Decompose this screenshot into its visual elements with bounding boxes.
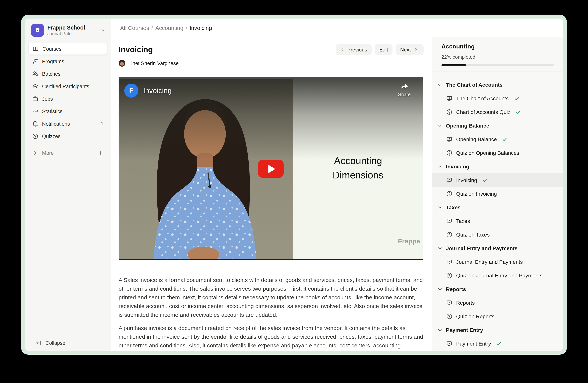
breadcrumb-link-all-courses[interactable]: All Courses bbox=[120, 24, 149, 31]
lesson-row-quiz-on-reports[interactable]: Quiz on Reports bbox=[432, 309, 563, 323]
page-title: Invoicing bbox=[119, 45, 153, 54]
breadcrumb: All Courses/Accounting/Invoicing bbox=[120, 24, 212, 31]
sidebar-item-courses[interactable]: Courses bbox=[28, 43, 107, 55]
frappe-school-logo bbox=[31, 24, 44, 37]
completed-check-icon bbox=[483, 177, 488, 183]
lesson-row-quiz-on-invoicing[interactable]: Quiz on Invoicing bbox=[432, 187, 563, 201]
chevron-right-icon bbox=[32, 150, 38, 156]
sidebar-item-jobs[interactable]: Jobs bbox=[28, 93, 107, 105]
lesson-title: Quiz on Journal Entry and Payments bbox=[456, 272, 543, 279]
course-title: Accounting bbox=[441, 43, 554, 50]
left-sidebar: Frappe School Jannat Patel CoursesProgra… bbox=[25, 19, 111, 351]
help-circle-icon bbox=[446, 313, 452, 319]
monitor-play-icon bbox=[446, 300, 452, 306]
app-window-inner: Frappe School Jannat Patel CoursesProgra… bbox=[25, 19, 563, 351]
collapse-label: Collapse bbox=[45, 340, 65, 346]
lesson-row-the-chart-of-accounts[interactable]: The Chart of Accounts bbox=[432, 92, 563, 105]
notification-count-badge: 1 bbox=[101, 121, 104, 126]
help-circle-icon bbox=[446, 150, 452, 156]
graduation-cap-icon bbox=[32, 83, 38, 89]
chapter-row-journal-entry-and-payments[interactable]: Journal Entry and Payments bbox=[432, 241, 563, 255]
chapter-title: Journal Entry and Payments bbox=[446, 245, 518, 251]
lesson-row-payment-entry[interactable]: Payment Entry bbox=[432, 337, 563, 350]
lesson-row-reports[interactable]: Reports bbox=[432, 296, 563, 309]
lesson-paragraph-1: A Sales invoice is a formal document sen… bbox=[119, 275, 423, 319]
sidebar-spacer bbox=[28, 159, 107, 338]
sidebar-item-label: Jobs bbox=[42, 96, 104, 102]
desktop: Frappe School Jannat Patel CoursesProgra… bbox=[0, 0, 588, 383]
next-button[interactable]: Next bbox=[396, 44, 423, 55]
book-open-icon bbox=[33, 46, 39, 52]
lesson-row-invoicing[interactable]: Invoicing bbox=[432, 173, 563, 187]
lesson-title: Invoicing bbox=[456, 177, 477, 183]
share-button[interactable]: Share bbox=[398, 82, 411, 97]
workspace-title: Frappe School bbox=[47, 24, 96, 30]
monitor-play-icon bbox=[446, 177, 452, 183]
play-button[interactable] bbox=[258, 160, 284, 178]
sidebar-item-statistics[interactable]: Statistics bbox=[28, 105, 107, 117]
lesson-row-quiz-on-opening-balances[interactable]: Quiz on Opening Balances bbox=[432, 146, 563, 160]
lesson-actions: Previous Edit Next bbox=[336, 44, 423, 55]
chapter-row-reports[interactable]: Reports bbox=[432, 282, 563, 296]
frappe-watermark: Frappe bbox=[398, 238, 420, 245]
chapter-row-the-chart-of-accounts[interactable]: The Chart of Accounts bbox=[432, 78, 563, 92]
lesson-row-quiz-on-journal-entry-and-payments[interactable]: Quiz on Journal Entry and Payments bbox=[432, 269, 563, 282]
sidebar-item-label: Batches bbox=[42, 71, 104, 77]
sidebar-item-certified-participants[interactable]: Certified Participants bbox=[28, 80, 107, 92]
main-region: All Courses/Accounting/Invoicing Invoici… bbox=[111, 19, 563, 351]
help-circle-icon bbox=[446, 109, 452, 115]
completed-check-icon bbox=[496, 341, 502, 346]
collapse-sidebar-button[interactable]: Collapse bbox=[28, 338, 107, 348]
sidebar-item-programs[interactable]: Programs bbox=[28, 55, 107, 67]
chapter-row-opening-balance[interactable]: Opening Balance bbox=[432, 119, 563, 133]
monitor-play-icon bbox=[446, 259, 452, 265]
breadcrumb-separator: / bbox=[186, 24, 187, 31]
chapter-row-taxes[interactable]: Taxes bbox=[432, 201, 563, 214]
previous-button[interactable]: Previous bbox=[336, 44, 372, 55]
video-player[interactable]: Accounting Dimensions Frappe F Invoicing bbox=[119, 77, 423, 260]
chevron-down-icon bbox=[437, 123, 443, 129]
lesson-title: Quiz on Opening Balances bbox=[456, 150, 519, 156]
lesson-author: Linet Sherin Varghese bbox=[119, 58, 423, 68]
share-icon bbox=[399, 82, 409, 91]
video-title-overlay[interactable]: F Invoicing bbox=[124, 84, 172, 98]
channel-avatar[interactable]: F bbox=[124, 84, 138, 98]
lesson-title: Payment Entry bbox=[456, 341, 491, 347]
lesson-body: A Sales invoice is a formal document sen… bbox=[119, 275, 423, 351]
chapter-title: Reports bbox=[446, 286, 466, 292]
chevron-down-icon bbox=[437, 245, 443, 251]
breadcrumb-link-accounting[interactable]: Accounting bbox=[155, 24, 183, 31]
sidebar-item-batches[interactable]: Batches bbox=[28, 68, 107, 80]
lesson-row-journal-entry-and-payments[interactable]: Journal Entry and Payments bbox=[432, 255, 563, 269]
lesson-row-chart-of-accounts-quiz[interactable]: Chart of Accounts Quiz bbox=[432, 105, 563, 119]
sidebar-item-label: Statistics bbox=[42, 108, 104, 114]
chapter-title: Taxes bbox=[446, 204, 461, 211]
lesson-title: Quiz on Reports bbox=[456, 313, 494, 319]
edit-button[interactable]: Edit bbox=[375, 44, 393, 55]
workspace-user: Jannat Patel bbox=[47, 31, 96, 36]
chevron-down-icon bbox=[437, 164, 443, 170]
chapter-row-invoicing[interactable]: Invoicing bbox=[432, 160, 563, 173]
lesson-content: Invoicing Previous Edit Nex bbox=[111, 37, 432, 351]
lesson-row-taxes[interactable]: Taxes bbox=[432, 214, 563, 228]
lesson-row-quiz-on-taxes[interactable]: Quiz on Taxes bbox=[432, 228, 563, 241]
lesson-row-opening-balance[interactable]: Opening Balance bbox=[432, 133, 563, 146]
progress-label: 22% completed bbox=[441, 54, 554, 60]
sidebar-item-quizzes[interactable]: Quizzes bbox=[28, 130, 107, 142]
plus-icon[interactable] bbox=[97, 150, 104, 156]
lesson-title: Quiz on Invoicing bbox=[456, 191, 497, 197]
app-window: Frappe School Jannat Patel CoursesProgra… bbox=[21, 15, 567, 355]
trending-up-icon bbox=[32, 108, 38, 114]
sidebar-nav: CoursesProgramsBatchesCertified Particip… bbox=[28, 43, 107, 142]
chevron-right-icon bbox=[413, 47, 419, 53]
sidebar-item-notifications[interactable]: Notifications1 bbox=[28, 118, 107, 130]
course-outline-list: The Chart of AccountsThe Chart of Accoun… bbox=[432, 72, 563, 351]
lesson-title: Reports bbox=[456, 300, 475, 306]
chapter-row-payment-entry[interactable]: Payment Entry bbox=[432, 323, 563, 337]
play-triangle-icon bbox=[268, 165, 275, 173]
title-row: Invoicing Previous Edit Nex bbox=[119, 44, 423, 55]
collapse-left-icon bbox=[36, 340, 42, 346]
lesson-title: Journal Entry and Payments bbox=[456, 259, 523, 265]
sidebar-item-more[interactable]: More bbox=[28, 147, 107, 159]
workspace-switcher[interactable]: Frappe School Jannat Patel bbox=[28, 24, 107, 37]
